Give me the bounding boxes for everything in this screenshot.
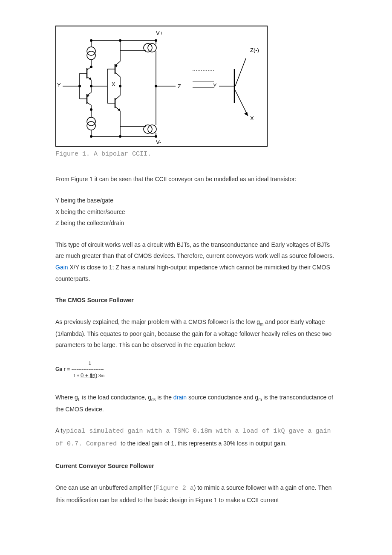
figure-1-diagram: V+ V- Y bbox=[55, 26, 268, 147]
heading-cc-source-follower: Current Conveyor Source Follower bbox=[55, 460, 337, 472]
circuit-svg: V+ V- Y bbox=[56, 26, 267, 146]
list-item-z: Z being the collector/drain bbox=[55, 217, 337, 229]
label-vplus: V+ bbox=[156, 30, 163, 36]
label-y2: Y bbox=[213, 82, 217, 89]
list-item-x: X being the emitter/source bbox=[55, 206, 337, 218]
svg-line-38 bbox=[115, 61, 120, 66]
terminal-list: Y being the base/gate X being the emitte… bbox=[55, 195, 337, 229]
svg-line-65 bbox=[235, 58, 246, 86]
paragraph-intro: From Figure 1 it can be seen that the CC… bbox=[55, 173, 337, 185]
heading-cmos-follower: The CMOS Source Follower bbox=[55, 295, 337, 306]
svg-point-49 bbox=[119, 85, 121, 87]
gain-link[interactable]: Gain bbox=[55, 264, 68, 271]
svg-line-23 bbox=[87, 67, 91, 70]
label-vminus: V- bbox=[156, 139, 161, 145]
svg-line-68 bbox=[235, 90, 248, 116]
gain-equation: 1 Ga r = ------------------- 1 + 0 + 触) … bbox=[55, 361, 337, 379]
paragraph-typical-gain: A typical simulated gain with a TSMC 0.1… bbox=[55, 425, 337, 450]
label-y: Y bbox=[57, 82, 61, 88]
paragraph-cmos-problem: As previously explained, the major probl… bbox=[55, 316, 337, 351]
label-x2: X bbox=[250, 115, 254, 121]
svg-line-28 bbox=[87, 92, 91, 95]
list-item-y: Y being the base/gate bbox=[55, 195, 337, 206]
svg-line-40 bbox=[115, 72, 120, 77]
svg-line-30 bbox=[87, 102, 91, 105]
paragraph-where: Where gL is the load conductance, gds is… bbox=[55, 392, 337, 415]
drain-link[interactable]: drain bbox=[173, 394, 187, 401]
label-z: Z bbox=[178, 83, 181, 90]
label-zneg: Z(-) bbox=[250, 47, 259, 53]
svg-line-44 bbox=[115, 95, 120, 100]
label-x: X bbox=[112, 81, 115, 87]
figure-1-caption: Figure 1. A bipolar CCII. bbox=[55, 148, 337, 161]
paragraph-bjt: This type of circuit works well as a cir… bbox=[55, 239, 337, 284]
paragraph-unbuffered: One can use an unbuffered amplifier (Fig… bbox=[55, 482, 337, 506]
